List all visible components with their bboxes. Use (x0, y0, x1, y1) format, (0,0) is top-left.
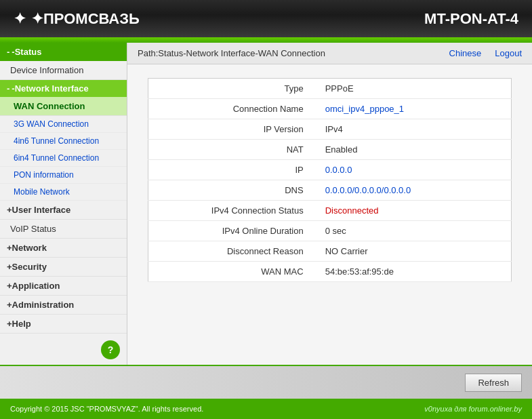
help-circle-button[interactable]: ? (101, 340, 120, 359)
table-row: NATEnabled (148, 140, 512, 160)
sidebar-item-administration[interactable]: +Administration (0, 296, 127, 315)
sidebar-item-wan-connection[interactable]: WAN Connection (0, 97, 127, 116)
table-cell-label: IP Version (148, 119, 312, 140)
footer-copyright: Copyright © 2015 JSC "PROMSVYAZ". All ri… (10, 405, 203, 413)
sidebar-item-voip-status[interactable]: VoIP Status (0, 220, 127, 239)
breadcrumb: Path:Status-Network Interface-WAN Connec… (138, 48, 325, 58)
chinese-link[interactable]: Chinese (449, 48, 482, 58)
sidebar-item-network-interface[interactable]: --Network Interface (0, 80, 127, 97)
table-row: IP VersionIPv4 (148, 119, 512, 140)
sidebar-item-6in4-tunnel[interactable]: 6in4 Tunnel Connection (0, 150, 127, 167)
table-row: IP0.0.0.0 (148, 160, 512, 180)
table-cell-value: IPv4 (312, 119, 512, 140)
table-cell-value: PPPoE (312, 79, 512, 99)
sidebar-item-pon-info[interactable]: PON information (0, 167, 127, 184)
content-area: Path:Status-Network Interface-WAN Connec… (127, 43, 532, 365)
table-cell-value: 0 sec (312, 221, 512, 241)
info-table: TypePPPoEConnection Nameomci_ipv4_pppoe_… (148, 78, 512, 282)
table-cell-label: DNS (148, 180, 312, 201)
header: ✦ ✦ПРОМСВАЗЬ MT-PON-AT-4 (0, 0, 532, 37)
breadcrumb-links: Chinese Logout (449, 48, 522, 58)
table-cell-value: 54:be:53:af:95:de (312, 262, 512, 282)
device-name: MT-PON-AT-4 (424, 10, 518, 28)
sidebar-item-mobile-network[interactable]: Mobile Network (0, 184, 127, 201)
info-table-wrapper: TypePPPoEConnection Nameomci_ipv4_pppoe_… (127, 64, 532, 296)
table-body: TypePPPoEConnection Nameomci_ipv4_pppoe_… (148, 79, 512, 282)
sidebar-item-4in6-tunnel[interactable]: 4in6 Tunnel Connection (0, 133, 127, 150)
table-cell-label: Connection Name (148, 99, 312, 119)
logout-link[interactable]: Logout (495, 48, 522, 58)
help-icon-area: ? (0, 334, 127, 365)
footer: Copyright © 2015 JSC "PROMSVYAZ". All ri… (0, 399, 532, 419)
sidebar-item-user-interface[interactable]: +User Interface (0, 201, 127, 220)
sidebar-item-device-info[interactable]: Device Information (0, 61, 127, 80)
sidebar-item-application[interactable]: +Application (0, 277, 127, 296)
table-cell-value: omci_ipv4_pppoe_1 (312, 99, 512, 119)
table-cell-label: NAT (148, 140, 312, 160)
logo-name: ✦ПРОМСВАЗЬ (31, 10, 140, 28)
table-row: IPv4 Connection StatusDisconnected (148, 201, 512, 221)
table-cell-value: 0.0.0.0/0.0.0.0/0.0.0.0 (312, 180, 512, 201)
sidebar-item-status[interactable]: --Status (0, 43, 127, 61)
table-cell-label: IP (148, 160, 312, 180)
table-cell-value: Disconnected (312, 201, 512, 221)
refresh-button[interactable]: Refresh (465, 374, 522, 392)
bottom-bar: Refresh (0, 365, 532, 399)
table-cell-value: NO Carrier (312, 241, 512, 262)
footer-url: v0nyuxa для forum.onliner.by (424, 405, 522, 413)
table-cell-label: IPv4 Online Duration (148, 221, 312, 241)
table-row: TypePPPoE (148, 79, 512, 99)
logo: ✦ ✦ПРОМСВАЗЬ (14, 10, 140, 28)
table-row: IPv4 Online Duration0 sec (148, 221, 512, 241)
sidebar-item-network[interactable]: +Network (0, 239, 127, 258)
table-cell-label: Disconnect Reason (148, 241, 312, 262)
sidebar-item-help[interactable]: +Help (0, 315, 127, 334)
table-cell-label: WAN MAC (148, 262, 312, 282)
green-bar (0, 37, 532, 43)
sidebar-item-3g-wan[interactable]: 3G WAN Connection (0, 116, 127, 133)
main-layout: --Status Device Information --Network In… (0, 43, 532, 365)
logo-icon: ✦ (14, 10, 26, 28)
table-row: Disconnect ReasonNO Carrier (148, 241, 512, 262)
table-cell-value: Enabled (312, 140, 512, 160)
table-row: Connection Nameomci_ipv4_pppoe_1 (148, 99, 512, 119)
table-cell-value: 0.0.0.0 (312, 160, 512, 180)
table-row: WAN MAC54:be:53:af:95:de (148, 262, 512, 282)
table-cell-label: Type (148, 79, 312, 99)
sidebar: --Status Device Information --Network In… (0, 43, 127, 365)
sidebar-item-security[interactable]: +Security (0, 258, 127, 277)
breadcrumb-bar: Path:Status-Network Interface-WAN Connec… (127, 43, 532, 64)
table-row: DNS0.0.0.0/0.0.0.0/0.0.0.0 (148, 180, 512, 201)
table-cell-label: IPv4 Connection Status (148, 201, 312, 221)
